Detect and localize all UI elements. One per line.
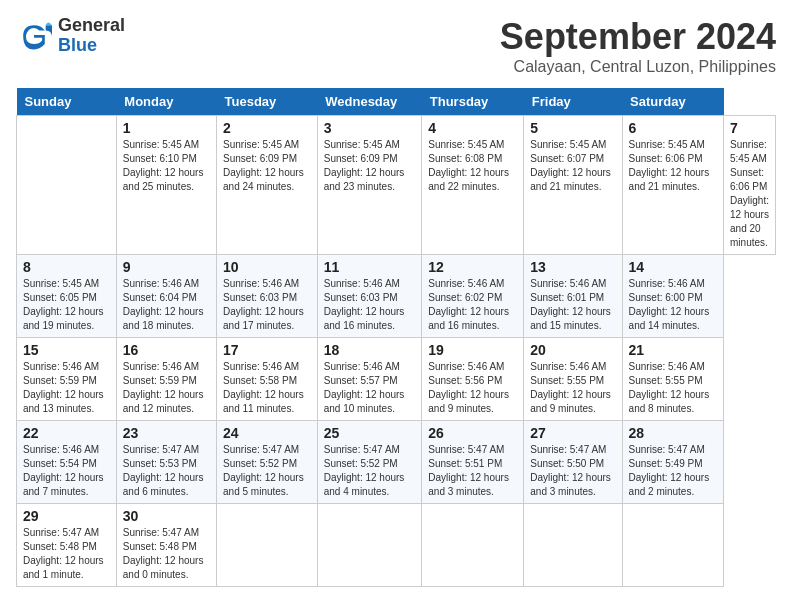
day-number: 18 xyxy=(324,342,416,358)
calendar-cell: 19Sunrise: 5:46 AMSunset: 5:56 PMDayligh… xyxy=(422,338,524,421)
calendar-cell xyxy=(317,504,422,587)
day-number: 12 xyxy=(428,259,517,275)
day-info: Sunrise: 5:47 AMSunset: 5:50 PMDaylight:… xyxy=(530,443,615,499)
header-row: SundayMondayTuesdayWednesdayThursdayFrid… xyxy=(17,88,776,116)
day-info: Sunrise: 5:45 AMSunset: 6:06 PMDaylight:… xyxy=(730,138,769,250)
day-number: 1 xyxy=(123,120,210,136)
calendar-cell: 23Sunrise: 5:47 AMSunset: 5:53 PMDayligh… xyxy=(116,421,216,504)
week-row: 8Sunrise: 5:45 AMSunset: 6:05 PMDaylight… xyxy=(17,255,776,338)
calendar-cell: 21Sunrise: 5:46 AMSunset: 5:55 PMDayligh… xyxy=(622,338,723,421)
day-info: Sunrise: 5:46 AMSunset: 5:59 PMDaylight:… xyxy=(23,360,110,416)
calendar-cell: 1Sunrise: 5:45 AMSunset: 6:10 PMDaylight… xyxy=(116,116,216,255)
calendar-cell: 3Sunrise: 5:45 AMSunset: 6:09 PMDaylight… xyxy=(317,116,422,255)
day-info: Sunrise: 5:46 AMSunset: 5:57 PMDaylight:… xyxy=(324,360,416,416)
day-number: 15 xyxy=(23,342,110,358)
header-friday: Friday xyxy=(524,88,622,116)
day-info: Sunrise: 5:45 AMSunset: 6:08 PMDaylight:… xyxy=(428,138,517,194)
day-info: Sunrise: 5:46 AMSunset: 6:00 PMDaylight:… xyxy=(629,277,717,333)
day-number: 16 xyxy=(123,342,210,358)
day-number: 29 xyxy=(23,508,110,524)
week-row: 1Sunrise: 5:45 AMSunset: 6:10 PMDaylight… xyxy=(17,116,776,255)
day-info: Sunrise: 5:47 AMSunset: 5:48 PMDaylight:… xyxy=(123,526,210,582)
calendar-cell: 16Sunrise: 5:46 AMSunset: 5:59 PMDayligh… xyxy=(116,338,216,421)
calendar-cell: 13Sunrise: 5:46 AMSunset: 6:01 PMDayligh… xyxy=(524,255,622,338)
day-info: Sunrise: 5:47 AMSunset: 5:48 PMDaylight:… xyxy=(23,526,110,582)
calendar-cell: 6Sunrise: 5:45 AMSunset: 6:06 PMDaylight… xyxy=(622,116,723,255)
calendar-cell: 2Sunrise: 5:45 AMSunset: 6:09 PMDaylight… xyxy=(217,116,318,255)
day-info: Sunrise: 5:46 AMSunset: 6:01 PMDaylight:… xyxy=(530,277,615,333)
calendar-cell: 27Sunrise: 5:47 AMSunset: 5:50 PMDayligh… xyxy=(524,421,622,504)
calendar-cell: 17Sunrise: 5:46 AMSunset: 5:58 PMDayligh… xyxy=(217,338,318,421)
calendar-cell: 15Sunrise: 5:46 AMSunset: 5:59 PMDayligh… xyxy=(17,338,117,421)
day-info: Sunrise: 5:46 AMSunset: 5:54 PMDaylight:… xyxy=(23,443,110,499)
calendar-cell: 26Sunrise: 5:47 AMSunset: 5:51 PMDayligh… xyxy=(422,421,524,504)
header-wednesday: Wednesday xyxy=(317,88,422,116)
day-number: 26 xyxy=(428,425,517,441)
day-info: Sunrise: 5:46 AMSunset: 5:58 PMDaylight:… xyxy=(223,360,311,416)
day-number: 10 xyxy=(223,259,311,275)
day-number: 28 xyxy=(629,425,717,441)
week-row: 29Sunrise: 5:47 AMSunset: 5:48 PMDayligh… xyxy=(17,504,776,587)
calendar-cell: 22Sunrise: 5:46 AMSunset: 5:54 PMDayligh… xyxy=(17,421,117,504)
calendar-cell: 9Sunrise: 5:46 AMSunset: 6:04 PMDaylight… xyxy=(116,255,216,338)
calendar-cell: 11Sunrise: 5:46 AMSunset: 6:03 PMDayligh… xyxy=(317,255,422,338)
calendar-cell: 14Sunrise: 5:46 AMSunset: 6:00 PMDayligh… xyxy=(622,255,723,338)
logo: General Blue xyxy=(16,16,125,56)
day-info: Sunrise: 5:45 AMSunset: 6:07 PMDaylight:… xyxy=(530,138,615,194)
day-info: Sunrise: 5:46 AMSunset: 6:03 PMDaylight:… xyxy=(324,277,416,333)
calendar-cell: 10Sunrise: 5:46 AMSunset: 6:03 PMDayligh… xyxy=(217,255,318,338)
calendar-cell xyxy=(217,504,318,587)
day-number: 7 xyxy=(730,120,769,136)
day-number: 14 xyxy=(629,259,717,275)
logo-text: General Blue xyxy=(58,16,125,56)
calendar-cell: 24Sunrise: 5:47 AMSunset: 5:52 PMDayligh… xyxy=(217,421,318,504)
day-info: Sunrise: 5:46 AMSunset: 5:59 PMDaylight:… xyxy=(123,360,210,416)
day-number: 2 xyxy=(223,120,311,136)
logo-icon xyxy=(16,18,52,54)
day-number: 30 xyxy=(123,508,210,524)
calendar-table: SundayMondayTuesdayWednesdayThursdayFrid… xyxy=(16,88,776,587)
calendar-subtitle: Calayaan, Central Luzon, Philippines xyxy=(500,58,776,76)
calendar-cell: 12Sunrise: 5:46 AMSunset: 6:02 PMDayligh… xyxy=(422,255,524,338)
calendar-cell xyxy=(622,504,723,587)
day-info: Sunrise: 5:46 AMSunset: 6:03 PMDaylight:… xyxy=(223,277,311,333)
calendar-cell xyxy=(524,504,622,587)
day-info: Sunrise: 5:47 AMSunset: 5:49 PMDaylight:… xyxy=(629,443,717,499)
day-number: 6 xyxy=(629,120,717,136)
day-number: 20 xyxy=(530,342,615,358)
day-number: 5 xyxy=(530,120,615,136)
day-info: Sunrise: 5:47 AMSunset: 5:53 PMDaylight:… xyxy=(123,443,210,499)
day-number: 27 xyxy=(530,425,615,441)
day-info: Sunrise: 5:47 AMSunset: 5:51 PMDaylight:… xyxy=(428,443,517,499)
day-number: 13 xyxy=(530,259,615,275)
day-number: 19 xyxy=(428,342,517,358)
calendar-cell: 7Sunrise: 5:45 AMSunset: 6:06 PMDaylight… xyxy=(724,116,776,255)
day-number: 4 xyxy=(428,120,517,136)
day-number: 23 xyxy=(123,425,210,441)
calendar-cell: 8Sunrise: 5:45 AMSunset: 6:05 PMDaylight… xyxy=(17,255,117,338)
day-number: 22 xyxy=(23,425,110,441)
day-info: Sunrise: 5:45 AMSunset: 6:05 PMDaylight:… xyxy=(23,277,110,333)
calendar-cell: 30Sunrise: 5:47 AMSunset: 5:48 PMDayligh… xyxy=(116,504,216,587)
header-tuesday: Tuesday xyxy=(217,88,318,116)
day-number: 9 xyxy=(123,259,210,275)
title-block: September 2024 Calayaan, Central Luzon, … xyxy=(500,16,776,76)
day-info: Sunrise: 5:47 AMSunset: 5:52 PMDaylight:… xyxy=(223,443,311,499)
day-info: Sunrise: 5:46 AMSunset: 6:02 PMDaylight:… xyxy=(428,277,517,333)
day-info: Sunrise: 5:46 AMSunset: 5:55 PMDaylight:… xyxy=(530,360,615,416)
calendar-cell: 4Sunrise: 5:45 AMSunset: 6:08 PMDaylight… xyxy=(422,116,524,255)
page-header: General Blue September 2024 Calayaan, Ce… xyxy=(16,16,776,76)
calendar-title: September 2024 xyxy=(500,16,776,58)
header-thursday: Thursday xyxy=(422,88,524,116)
day-info: Sunrise: 5:45 AMSunset: 6:10 PMDaylight:… xyxy=(123,138,210,194)
calendar-cell xyxy=(17,116,117,255)
calendar-cell: 20Sunrise: 5:46 AMSunset: 5:55 PMDayligh… xyxy=(524,338,622,421)
day-number: 25 xyxy=(324,425,416,441)
day-info: Sunrise: 5:45 AMSunset: 6:06 PMDaylight:… xyxy=(629,138,717,194)
calendar-cell: 29Sunrise: 5:47 AMSunset: 5:48 PMDayligh… xyxy=(17,504,117,587)
week-row: 22Sunrise: 5:46 AMSunset: 5:54 PMDayligh… xyxy=(17,421,776,504)
day-number: 8 xyxy=(23,259,110,275)
day-number: 11 xyxy=(324,259,416,275)
header-sunday: Sunday xyxy=(17,88,117,116)
day-info: Sunrise: 5:47 AMSunset: 5:52 PMDaylight:… xyxy=(324,443,416,499)
